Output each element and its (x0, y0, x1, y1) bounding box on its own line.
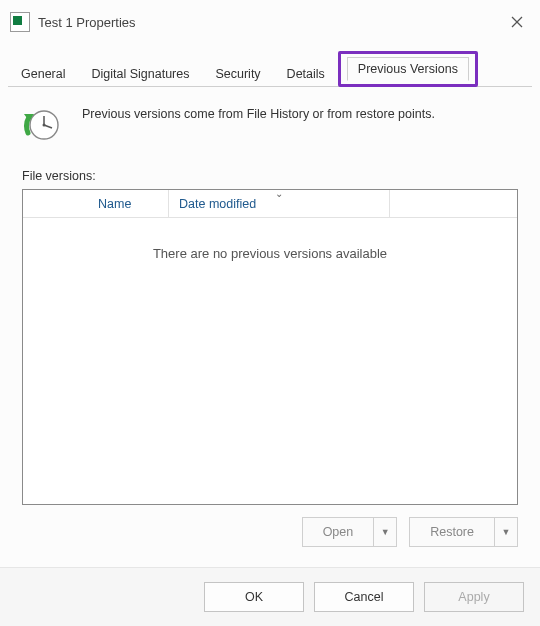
empty-state-text: There are no previous versions available (153, 246, 387, 261)
restore-button-label: Restore (410, 518, 495, 546)
column-header-date-modified[interactable]: ⌄ Date modified (169, 190, 390, 218)
properties-dialog: Test 1 Properties General Digital Signat… (0, 0, 540, 626)
titlebar: Test 1 Properties (0, 0, 540, 40)
restore-button[interactable]: Restore ▼ (409, 517, 518, 547)
cancel-button[interactable]: Cancel (314, 582, 414, 612)
info-text: Previous versions come from File History… (82, 105, 435, 121)
file-versions-list[interactable]: Name ⌄ Date modified There are no previo… (22, 189, 518, 505)
list-header: Name ⌄ Date modified (23, 190, 517, 218)
close-button[interactable] (504, 9, 530, 35)
column-header-name[interactable]: Name (88, 190, 169, 218)
restore-dropdown[interactable]: ▼ (495, 518, 517, 546)
tab-strip: General Digital Signatures Security Deta… (0, 40, 540, 86)
sort-indicator-icon: ⌄ (275, 189, 283, 199)
chevron-down-icon: ▼ (502, 527, 511, 537)
column-spacer (23, 190, 88, 218)
tab-digital-signatures[interactable]: Digital Signatures (78, 60, 202, 87)
close-icon (511, 16, 523, 28)
tab-general[interactable]: General (8, 60, 78, 87)
tab-details[interactable]: Details (274, 60, 338, 87)
tab-security[interactable]: Security (202, 60, 273, 87)
window-title: Test 1 Properties (38, 15, 136, 30)
svg-point-5 (43, 124, 46, 127)
tab-previous-versions[interactable]: Previous Versions (347, 57, 469, 81)
previous-versions-panel: Previous versions come from File History… (0, 87, 540, 557)
history-clock-icon (22, 105, 62, 145)
file-versions-label: File versions: (22, 169, 518, 183)
open-button-label: Open (303, 518, 375, 546)
open-dropdown[interactable]: ▼ (374, 518, 396, 546)
dialog-buttons: OK Cancel Apply (0, 567, 540, 626)
apply-button[interactable]: Apply (424, 582, 524, 612)
chevron-down-icon: ▼ (381, 527, 390, 537)
excel-file-icon (10, 12, 30, 32)
action-buttons: Open ▼ Restore ▼ (22, 505, 518, 547)
ok-button[interactable]: OK (204, 582, 304, 612)
open-button[interactable]: Open ▼ (302, 517, 398, 547)
tab-highlight: Previous Versions (338, 51, 478, 87)
